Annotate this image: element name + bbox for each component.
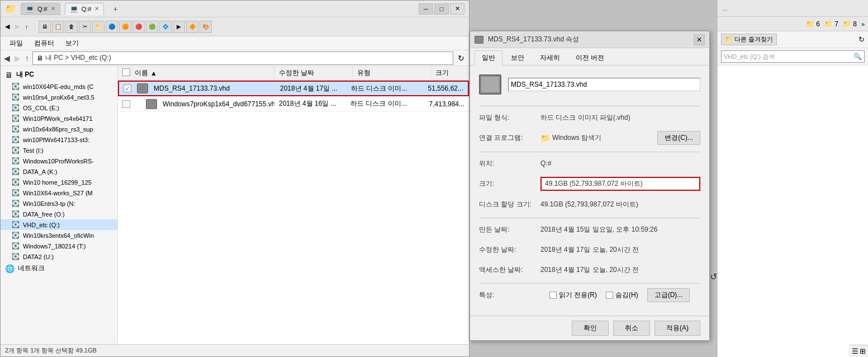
- toolbar-icon-11[interactable]: ▶: [173, 21, 185, 33]
- dialog-close-btn[interactable]: ✕: [694, 34, 705, 45]
- tab-close-1[interactable]: ✕: [51, 6, 55, 12]
- address-bar[interactable]: 🖥 내 PC > VHD_etc (Q:): [32, 51, 453, 65]
- new-tab-btn[interactable]: +: [108, 3, 122, 15]
- sidebar-item-2[interactable]: 💽 OS_COL (E:): [1, 102, 117, 113]
- sidebar-item-10[interactable]: 💽 Win10X64-works_S27 (M: [1, 187, 117, 198]
- search-icon[interactable]: 🔍: [851, 53, 864, 60]
- advanced-btn[interactable]: 고급(D)...: [647, 288, 690, 302]
- menu-file[interactable]: 파일: [5, 37, 27, 49]
- up-icon[interactable]: ↑: [23, 22, 31, 31]
- tray-icon-6[interactable]: 📁 6: [806, 20, 820, 28]
- right-explorer-panel: ... 📁 6 📁 7 📁 8 » 📁 다른 즐겨찾기 ↻ VHD_etc (Q…: [717, 0, 868, 357]
- sidebar-item-3[interactable]: 💽 Win10PfWork_rs4x64171: [1, 113, 117, 124]
- sidebar-item-15[interactable]: 💽 DATA2 (U:): [1, 251, 117, 262]
- list-view-icon[interactable]: ☰: [852, 347, 858, 355]
- toolbar-icon-5[interactable]: 📁: [92, 21, 105, 33]
- hidden-attr[interactable]: 숨김(H): [606, 290, 638, 300]
- apply-btn[interactable]: 적용(A): [654, 321, 700, 336]
- dialog-file-header: MDS_RS4_17133.73.vhd: [479, 74, 700, 95]
- chevron-right-icon[interactable]: »: [861, 21, 865, 27]
- sidebar-label-12: DATA_free (O:): [23, 211, 65, 218]
- dialog-row-created: 만든 날짜: 2018년 4월 15일 일요일, 오후 10:59:26: [479, 223, 700, 236]
- nav-back-btn[interactable]: ◀: [3, 54, 11, 63]
- sidebar-item-vhd[interactable]: 💽 VHD_etc (Q:): [1, 219, 117, 230]
- tab-2[interactable]: 💻 Q:# ✕: [65, 3, 105, 15]
- dialog-filename-input[interactable]: MDS_RS4_17133.73.vhd: [508, 78, 700, 91]
- sidebar-item-mypc[interactable]: 🖥 내 PC: [1, 68, 117, 81]
- menu-computer[interactable]: 컴퓨터: [30, 37, 59, 49]
- sidebar-item-13[interactable]: 💽 Win10krs3entx64_oficWin: [1, 230, 117, 241]
- tab-close-2[interactable]: ✕: [94, 6, 99, 12]
- dialog-attr-label: 특성:: [479, 290, 540, 300]
- ok-btn[interactable]: 확인: [572, 321, 609, 336]
- sidebar-item-4[interactable]: 💽 win10x64x86pro_rs3_sup: [1, 124, 117, 134]
- tray-icon-7[interactable]: 📁 7: [824, 20, 838, 28]
- dialog-content: MDS_RS4_17133.73.vhd 파일 형식: 하드 디스크 이미지 파…: [470, 65, 709, 316]
- file-checkbox-2[interactable]: [122, 100, 130, 108]
- sidebar-item-11[interactable]: 💽 Win10Entrs3-tp (N:: [1, 198, 117, 209]
- right-folder-btn[interactable]: 📁 다른 즐겨찾기: [721, 34, 777, 45]
- drive-icon-2: 💽: [12, 104, 20, 111]
- col-date[interactable]: 수정한 날짜: [274, 66, 353, 80]
- toolbar-icon-9[interactable]: 🟢: [146, 21, 158, 33]
- toolbar-icon-10[interactable]: 💠: [159, 21, 172, 33]
- sidebar-item-network[interactable]: 🌐 네트워크: [1, 262, 117, 275]
- grid-view-icon[interactable]: ⊞: [860, 347, 866, 355]
- dialog-tab-general[interactable]: 일반: [475, 50, 502, 65]
- nav-forward-btn[interactable]: ▶: [13, 54, 22, 63]
- sidebar-item-8[interactable]: 💽 DATA_A (K:): [1, 166, 117, 177]
- toolbar-icon-4[interactable]: ✂: [79, 21, 91, 33]
- dialog-tab-previous[interactable]: 이전 버전: [568, 50, 611, 65]
- toolbar-icon-8[interactable]: 🔴: [132, 21, 145, 33]
- col-name[interactable]: 이름 ▲: [118, 66, 274, 80]
- refresh-icon-right[interactable]: ↻: [858, 35, 865, 44]
- sidebar-item-5[interactable]: 💽 win10PfWx6417133-st3:: [1, 134, 117, 145]
- sidebar-item-0[interactable]: 💽 win10X64PE-edu_mds (C: [1, 81, 117, 92]
- sidebar-item-14[interactable]: 💽 Windows7_180214 (T:): [1, 241, 117, 251]
- tab-1[interactable]: 💻 Q:# ✕: [21, 3, 60, 15]
- minimize-btn[interactable]: ─: [419, 3, 433, 15]
- toolbar-icon-6[interactable]: 🔵: [106, 21, 118, 33]
- back-icon[interactable]: ◀: [3, 22, 12, 31]
- dialog-file-icon-small: [475, 36, 483, 44]
- tray-icon-8[interactable]: 📁 8: [843, 20, 857, 28]
- sidebar-label-15: DATA2 (U:): [23, 253, 54, 260]
- dialog-value-created: 2018년 4월 15일 일요일, 오후 10:59:26: [540, 225, 700, 234]
- col-type[interactable]: 유형: [353, 66, 431, 80]
- file-date-2: 2018년 4월 16일 ...: [274, 99, 346, 109]
- sidebar-item-9[interactable]: 💽 Win10 home_16299_125: [1, 177, 117, 187]
- dialog-value-disksize: 49.1GB (52,793,987,072 바이트): [540, 200, 700, 209]
- readonly-checkbox[interactable]: [549, 292, 557, 299]
- toolbar-icon-2[interactable]: 📋: [52, 21, 64, 33]
- toolbar-icon-1[interactable]: 🖥: [39, 21, 51, 33]
- file-row-2[interactable]: Windows7proKsp1x64_dvd677155.vhd 2018년 4…: [118, 96, 469, 112]
- file-row-1[interactable]: MDS_RS4_17133.73.vhd 2018년 4월 17일 ... 하드…: [118, 81, 469, 96]
- forward-icon[interactable]: ▶: [13, 22, 22, 31]
- sidebar-label-11: Win10Entrs3-tp (N:: [23, 200, 75, 207]
- col-checkbox-header[interactable]: [122, 68, 130, 78]
- change-btn[interactable]: 변경(C)...: [657, 131, 700, 145]
- sidebar-item-1[interactable]: 💽 win10rs4_proKx64_net3.5: [1, 92, 117, 102]
- sidebar-label-6: Test (I:): [23, 147, 44, 154]
- col-size[interactable]: 크기: [431, 66, 469, 80]
- refresh-btn[interactable]: ↻: [456, 54, 467, 63]
- nav-up-btn[interactable]: ↑: [24, 54, 30, 63]
- readonly-attr[interactable]: 읽기 전용(R): [549, 290, 597, 300]
- separator-1: [479, 106, 700, 106]
- close-btn[interactable]: ✕: [450, 3, 464, 15]
- dialog-tab-details[interactable]: 자세히: [533, 50, 567, 65]
- menu-view[interactable]: 보기: [61, 37, 83, 49]
- cancel-btn[interactable]: 취소: [613, 321, 650, 336]
- toolbar-icon-7[interactable]: 🟠: [119, 21, 131, 33]
- toolbar-icon-12[interactable]: 🔶: [186, 21, 198, 33]
- toolbar-icon-13[interactable]: 🎨: [200, 21, 212, 33]
- file-checkbox-1[interactable]: [124, 84, 131, 92]
- maximize-btn[interactable]: □: [434, 3, 449, 15]
- file-size-2: 7,413,984...: [418, 100, 469, 108]
- dialog-tab-security[interactable]: 보안: [504, 50, 532, 65]
- sidebar-item-7[interactable]: 💽 Windows10ProfWorksRS-: [1, 156, 117, 166]
- sidebar-item-12[interactable]: 💽 DATA_free (O:): [1, 209, 117, 219]
- toolbar-icon-3[interactable]: 🗑: [65, 21, 78, 33]
- sidebar-item-6[interactable]: 💽 Test (I:): [1, 145, 117, 156]
- hidden-checkbox[interactable]: [606, 292, 613, 299]
